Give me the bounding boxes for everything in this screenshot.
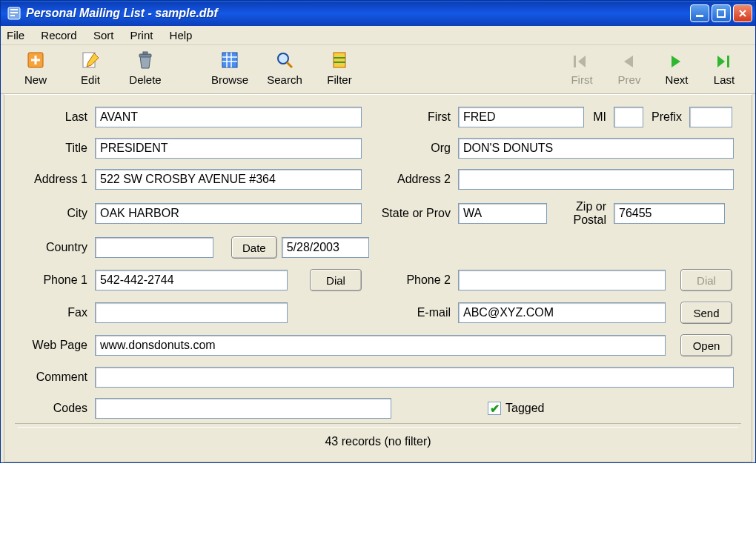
- address2-label: Address 2: [362, 173, 458, 186]
- svg-rect-12: [334, 53, 345, 67]
- prev-label: Prev: [618, 73, 641, 86]
- comment-label: Comment: [15, 371, 95, 384]
- fax-label: Fax: [15, 306, 95, 319]
- tagged-label: Tagged: [505, 402, 545, 415]
- dial1-button[interactable]: Dial: [310, 269, 362, 291]
- new-label: New: [24, 73, 47, 86]
- prev-button[interactable]: Prev: [606, 54, 653, 86]
- svg-rect-4: [696, 15, 703, 17]
- prefix-input[interactable]: [689, 107, 732, 127]
- phone1-label: Phone 1: [15, 273, 95, 287]
- country-label: Country: [15, 241, 95, 254]
- email-label: E-mail: [362, 306, 458, 319]
- title-input[interactable]: [95, 138, 362, 159]
- open-button[interactable]: Open: [680, 334, 732, 356]
- mi-label: MI: [584, 110, 614, 124]
- new-icon: [25, 50, 46, 70]
- first-icon: [572, 54, 591, 70]
- title-label: Title: [15, 142, 95, 155]
- close-button[interactable]: [733, 4, 752, 22]
- country-input[interactable]: [95, 237, 213, 258]
- webpage-label: Web Page: [15, 339, 95, 352]
- city-input[interactable]: [95, 203, 362, 224]
- next-label: Next: [666, 73, 689, 86]
- prev-icon: [620, 54, 639, 70]
- delete-label: Delete: [129, 73, 161, 86]
- browse-label: Browse: [211, 73, 248, 86]
- address1-label: Address 1: [15, 173, 95, 186]
- last-input[interactable]: [95, 107, 362, 127]
- email-input[interactable]: [458, 302, 666, 323]
- phone1-input[interactable]: [95, 270, 288, 290]
- new-button[interactable]: New: [8, 50, 63, 86]
- search-button[interactable]: Search: [257, 50, 312, 86]
- svg-rect-8: [139, 54, 151, 57]
- phone2-label: Phone 2: [362, 273, 458, 287]
- search-icon: [274, 50, 295, 70]
- first-label: First: [362, 110, 458, 124]
- svg-rect-1: [10, 9, 18, 10]
- next-button[interactable]: Next: [653, 54, 700, 86]
- phone2-input[interactable]: [458, 270, 666, 290]
- status-bar: 43 records (no filter): [18, 427, 738, 456]
- maximize-button[interactable]: [712, 4, 731, 22]
- send-button[interactable]: Send: [680, 302, 732, 324]
- title-text: Personal Mailing List - sample.dbf: [26, 7, 690, 20]
- state-input[interactable]: [458, 203, 547, 224]
- checkbox-icon: ✔: [488, 402, 501, 415]
- codes-label: Codes: [15, 402, 95, 415]
- last-icon: [714, 54, 734, 70]
- edit-icon: [80, 50, 101, 70]
- first-label: First: [571, 73, 592, 86]
- svg-point-11: [278, 53, 288, 64]
- date-button[interactable]: Date: [231, 236, 277, 259]
- edit-label: Edit: [81, 73, 100, 86]
- menubar: File Record Sort Print Help: [1, 26, 755, 45]
- last-label: Last: [15, 110, 95, 124]
- mi-input[interactable]: [614, 107, 643, 127]
- menu-record[interactable]: Record: [41, 29, 76, 41]
- zip-label: Zip or Postal: [547, 200, 614, 226]
- minimize-button[interactable]: [690, 4, 709, 22]
- fax-input[interactable]: [95, 302, 288, 323]
- next-icon: [667, 54, 686, 70]
- menu-print[interactable]: Print: [130, 29, 153, 41]
- svg-rect-2: [10, 12, 18, 13]
- delete-icon: [135, 50, 156, 70]
- svg-rect-9: [143, 52, 147, 54]
- delete-button[interactable]: Delete: [118, 50, 173, 86]
- search-label: Search: [267, 73, 302, 86]
- first-input[interactable]: [458, 107, 584, 127]
- toolbar: New Edit Delete Browse Search Filter Fir…: [1, 45, 755, 94]
- svg-rect-10: [222, 53, 237, 67]
- prefix-label: Prefix: [643, 110, 689, 124]
- zip-input[interactable]: [614, 203, 725, 224]
- first-button[interactable]: First: [558, 54, 606, 86]
- address1-input[interactable]: [95, 169, 362, 190]
- webpage-input[interactable]: [95, 335, 666, 356]
- form-panel: Last First MI Prefix Title Org Address 1…: [4, 94, 752, 462]
- dial2-button[interactable]: Dial: [680, 269, 732, 291]
- separator: [15, 423, 741, 424]
- org-label: Org: [362, 142, 458, 155]
- org-input[interactable]: [458, 138, 734, 159]
- menu-help[interactable]: Help: [170, 29, 193, 41]
- svg-rect-3: [10, 15, 15, 16]
- date-input[interactable]: [282, 237, 369, 258]
- last-button[interactable]: Last: [700, 54, 748, 86]
- svg-rect-14: [727, 56, 729, 67]
- filter-label: Filter: [327, 73, 351, 86]
- filter-button[interactable]: Filter: [312, 50, 367, 86]
- tagged-checkbox[interactable]: ✔ Tagged: [488, 402, 545, 415]
- browse-button[interactable]: Browse: [202, 50, 257, 86]
- svg-rect-13: [574, 56, 576, 67]
- edit-button[interactable]: Edit: [63, 50, 118, 86]
- address2-input[interactable]: [458, 169, 734, 190]
- menu-file[interactable]: File: [7, 29, 24, 41]
- comment-input[interactable]: [95, 367, 734, 388]
- window: Personal Mailing List - sample.dbf File …: [0, 0, 756, 463]
- codes-input[interactable]: [95, 398, 391, 419]
- menu-sort[interactable]: Sort: [93, 29, 114, 41]
- city-label: City: [15, 207, 95, 220]
- svg-rect-5: [717, 10, 725, 17]
